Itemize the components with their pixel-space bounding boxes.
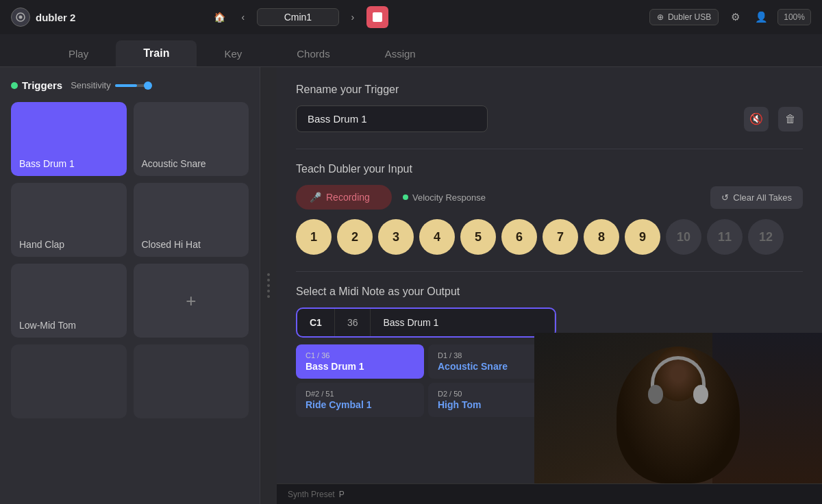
- teach-section-label: Teach Dubler your Input: [296, 163, 803, 175]
- sensitivity-slider[interactable]: [115, 84, 149, 87]
- app-logo: dubler 2: [11, 8, 75, 27]
- slider-thumb: [144, 81, 152, 90]
- sidebar: Triggers Sensitivity Bass Drum 1 Acousti…: [0, 67, 260, 504]
- velocity-response: Velocity Response: [403, 192, 486, 203]
- clear-all-button[interactable]: ↺ Clear All Takes: [710, 186, 803, 209]
- trigger-acoustic-snare[interactable]: Acoustic Snare: [134, 102, 249, 176]
- home-icon-btn[interactable]: 🏠: [210, 8, 229, 27]
- trigger-grid: Bass Drum 1 Acoustic Snare Hand Clap Clo…: [11, 102, 249, 418]
- input-device-display: ⊕ Dubler USB: [649, 9, 719, 25]
- trash-icon: 🗑: [785, 113, 796, 125]
- project-name[interactable]: Cmin1: [257, 8, 339, 26]
- take-11[interactable]: 11: [707, 219, 743, 255]
- side-dots: [260, 67, 277, 504]
- video-person: [534, 333, 822, 483]
- take-1[interactable]: 1: [296, 219, 332, 255]
- delete-button[interactable]: 🗑: [778, 107, 803, 131]
- mute-icon: 🔇: [749, 112, 763, 125]
- divider-2: [296, 271, 803, 272]
- midi-item-ride-cymbal[interactable]: D#2 / 51 Ride Cymbal 1: [296, 383, 424, 417]
- rename-section-label: Rename your Trigger: [296, 84, 803, 96]
- takes-row: 1 2 3 4 5 6 7 8 9 10 11 12: [296, 219, 803, 255]
- sensitivity-control: Sensitivity: [71, 80, 149, 90]
- midi-selector[interactable]: C1 36 Bass Drum 1: [296, 307, 556, 338]
- top-bar-right: ⊕ Dubler USB ⚙ 👤 100%: [649, 8, 811, 27]
- zoom-display: 100%: [777, 9, 811, 25]
- midi-item-bass-drum[interactable]: C1 / 36 Bass Drum 1: [296, 344, 424, 379]
- settings-icon-btn[interactable]: ⚙: [725, 8, 745, 27]
- trigger-closed-hihat[interactable]: Closed Hi Hat: [134, 183, 249, 257]
- take-5[interactable]: 5: [460, 219, 496, 255]
- sidebar-header: Triggers Sensitivity: [11, 79, 249, 91]
- svg-point-1: [19, 16, 23, 19]
- tab-bar: Play Train Key Chords Assign: [0, 34, 822, 67]
- clear-icon: ↺: [721, 192, 729, 203]
- midi-num-display: 36: [335, 309, 371, 336]
- main-area: Triggers Sensitivity Bass Drum 1 Acousti…: [0, 67, 822, 504]
- divider-1: [296, 149, 803, 149]
- video-overlay: [534, 333, 822, 483]
- next-btn[interactable]: ›: [343, 8, 362, 27]
- tab-train[interactable]: Train: [116, 40, 197, 66]
- take-9[interactable]: 9: [625, 219, 660, 255]
- take-8[interactable]: 8: [584, 219, 619, 255]
- trigger-lowmid-tom[interactable]: Low-Mid Tom: [11, 264, 127, 338]
- trigger-hand-clap[interactable]: Hand Clap: [11, 183, 127, 257]
- trigger-empty-1: [11, 344, 127, 418]
- top-bar: dubler 2 🏠 ‹ Cmin1 › ⊕ Dubler USB ⚙ 👤 10…: [0, 0, 822, 34]
- recording-button[interactable]: 🎤 Recording: [296, 185, 392, 210]
- person-head: [654, 346, 702, 401]
- trigger-name-row: 🔇 🗑: [296, 105, 803, 132]
- take-10[interactable]: 10: [666, 219, 701, 255]
- trigger-empty-2: [134, 344, 249, 418]
- tab-play[interactable]: Play: [41, 41, 116, 66]
- midi-note-display: C1: [297, 309, 335, 336]
- take-7[interactable]: 7: [543, 219, 578, 255]
- velocity-indicator: [403, 194, 408, 200]
- slider-fill: [115, 84, 137, 87]
- mic-icon: 🎤: [310, 192, 321, 203]
- take-12[interactable]: 12: [748, 219, 784, 255]
- tab-assign[interactable]: Assign: [358, 41, 443, 66]
- take-6[interactable]: 6: [501, 219, 537, 255]
- user-icon-btn[interactable]: 👤: [751, 8, 771, 27]
- trigger-bass-drum[interactable]: Bass Drum 1: [11, 102, 127, 176]
- take-2[interactable]: 2: [337, 219, 373, 255]
- trigger-name-input[interactable]: [296, 105, 488, 132]
- audio-icon: ⊕: [657, 12, 664, 22]
- trigger-add-btn[interactable]: +: [134, 264, 249, 338]
- record-icon: [373, 12, 382, 22]
- teach-controls: 🎤 Recording Velocity Response ↺ Clear Al…: [296, 185, 803, 210]
- tab-key[interactable]: Key: [197, 41, 269, 66]
- triggers-label: Triggers: [11, 79, 62, 91]
- bottom-bar: Synth Preset P: [277, 483, 822, 504]
- preset-value: P: [339, 490, 345, 499]
- synth-preset-label: Synth Preset: [288, 490, 335, 499]
- take-4[interactable]: 4: [419, 219, 455, 255]
- app-logo-icon: [11, 8, 30, 27]
- top-bar-center: 🏠 ‹ Cmin1 ›: [210, 6, 388, 28]
- app-title: dubler 2: [36, 12, 75, 23]
- headphone-right-cup: [693, 385, 708, 404]
- take-3[interactable]: 3: [378, 219, 414, 255]
- mute-button[interactable]: 🔇: [744, 107, 769, 131]
- prev-btn[interactable]: ‹: [234, 8, 253, 27]
- headphone-left-cup: [648, 385, 663, 404]
- midi-note-grid: C1 / 36 Bass Drum 1 D1 / 38 Acoustic Sna…: [296, 344, 556, 417]
- midi-section-label: Select a Midi Note as your Output: [296, 286, 803, 298]
- record-button[interactable]: [366, 6, 388, 28]
- active-indicator: [11, 82, 18, 89]
- content-area: Rename your Trigger 🔇 🗑 Teach Dubler you…: [277, 67, 822, 504]
- teach-section: Teach Dubler your Input 🎤 Recording Velo…: [296, 163, 803, 255]
- midi-name-display: Bass Drum 1: [371, 309, 555, 336]
- tab-chords[interactable]: Chords: [269, 41, 357, 66]
